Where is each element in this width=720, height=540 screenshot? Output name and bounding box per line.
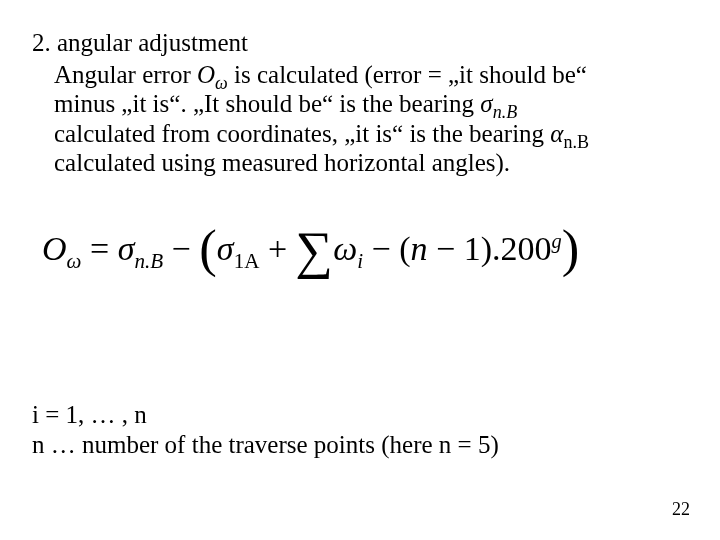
line2-a: minus „it is“. „It should be“ is the bea… xyxy=(54,90,480,117)
heading: 2. angular adjustment xyxy=(32,28,692,58)
f-minus: − xyxy=(163,230,199,267)
line1-a: Angular error xyxy=(54,61,197,88)
body-text: Angular error Oω is calculated (error = … xyxy=(32,60,692,178)
lower-line-2: n … number of the traverse points (here … xyxy=(32,430,499,460)
f-plus: + xyxy=(259,230,295,267)
line3-alpha: α xyxy=(550,120,563,147)
f-n: n xyxy=(411,230,428,267)
line4: calculated using measured horizontal ang… xyxy=(54,149,510,176)
f-one: 1 xyxy=(464,230,481,267)
lower-line-1: i = 1, … , n xyxy=(32,400,499,430)
f-lparen2: ( xyxy=(399,230,410,267)
f-sig2: σ xyxy=(217,230,234,267)
slide: 2. angular adjustment Angular error Oω i… xyxy=(0,0,720,540)
line1-b: is calculated (error = „it should be“ xyxy=(228,61,587,88)
line2-sigma: σ xyxy=(480,90,492,117)
line3-sub: n.B xyxy=(563,132,589,152)
formula: Oω = σn.B − (σ1A + ∑ωi − (n − 1).200g) xyxy=(42,230,579,269)
sum-icon: ∑ xyxy=(296,232,334,269)
line1-Ovar: O xyxy=(197,61,215,88)
f-g: g xyxy=(552,230,562,252)
content-block: 2. angular adjustment Angular error Oω i… xyxy=(32,28,692,178)
f-lparen: ( xyxy=(199,235,217,261)
line3-a: calculated from coordinates, „it is“ is … xyxy=(54,120,550,147)
f-nB: n.B xyxy=(134,249,163,273)
f-omega: ω xyxy=(333,230,357,267)
f-1A: 1A xyxy=(234,249,260,273)
f-minus3: − xyxy=(428,230,464,267)
f-minus2: − xyxy=(363,230,399,267)
f-sig: σ xyxy=(118,230,135,267)
f-200: 200 xyxy=(501,230,552,267)
lower-block: i = 1, … , n n … number of the traverse … xyxy=(32,400,499,460)
f-dot: . xyxy=(492,230,501,267)
f-eq: = xyxy=(81,230,117,267)
f-rparen2: ) xyxy=(481,230,492,267)
heading-text: 2. angular adjustment xyxy=(32,29,248,56)
f-rparen: ) xyxy=(562,235,580,261)
f-O: O xyxy=(42,230,67,267)
page-number: 22 xyxy=(672,499,690,520)
f-Osub: ω xyxy=(67,249,82,273)
